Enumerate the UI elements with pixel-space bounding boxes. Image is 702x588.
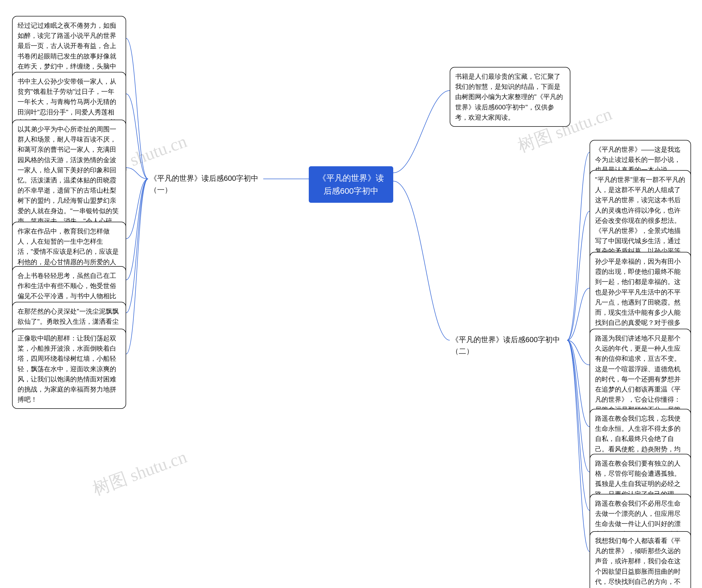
section1-title[interactable]: 《平凡的世界》读后感600字初中（一） [148,170,263,199]
s2-item-7[interactable]: 我想我们每个人都该看看《平凡的世界》，倾听那些久远的声音，或许那样，我们会在这个… [590,531,691,588]
root-node[interactable]: 《平凡的世界》读后感600字初中 [309,166,393,203]
watermark: 树图 shutu.cn [89,445,190,501]
s1-item-6[interactable]: 正像歌中唱的那样：让我们荡起双桨，小船推开波浪，水面倒映着白塔，四周环绕着绿树红… [12,329,126,409]
section2-title[interactable]: 《平凡的世界》读后感600字初中（二） [450,331,568,360]
intro-node[interactable]: 书籍是人们最珍贵的宝藏，它汇聚了我们的智慧，是知识的结晶，下面是由树图网小编为大… [450,67,570,127]
